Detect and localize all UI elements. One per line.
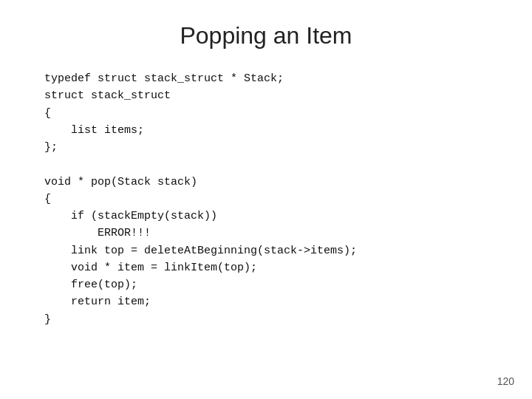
code-block: typedef struct stack_struct * Stack; str…: [44, 70, 495, 328]
slide: Popping an Item typedef struct stack_str…: [0, 0, 532, 399]
page-number: 120: [497, 375, 514, 387]
slide-title: Popping an Item: [37, 22, 495, 50]
